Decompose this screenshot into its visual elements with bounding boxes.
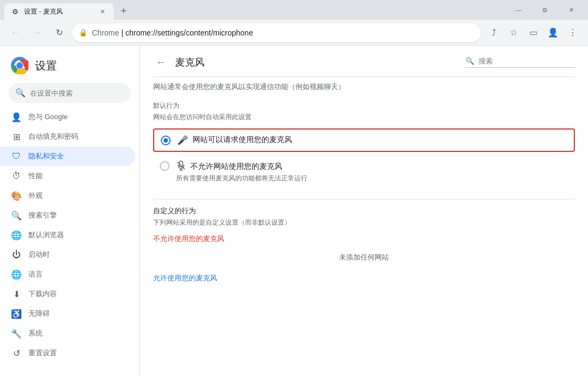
sidebar-item-reset[interactable]: ↺ 重置设置 [0, 343, 139, 363]
block-option-content: 不允许网站使用您的麦克风 所有需要使用麦克风的功能都将无法正常运行 [176, 161, 568, 183]
address-path: chrome://settings/content/microphone [125, 28, 253, 37]
browser-tab[interactable]: ⚙ 设置 - 麦克风 ✕ [4, 3, 114, 20]
tab-favicon: ⚙ [11, 7, 20, 16]
person-icon: 👤 [11, 112, 22, 122]
sidebar-item-accessibility[interactable]: ♿ 无障碍 [0, 304, 139, 324]
reset-icon: ↺ [11, 348, 22, 359]
sidebar-label-appearance: 外观 [28, 191, 43, 201]
content-header: ← 麦克风 🔍 [153, 55, 575, 77]
allow-radio-button[interactable] [161, 136, 171, 145]
section-divider [153, 199, 575, 199]
sidebar-item-autofill[interactable]: ⊞ 自动填充和密码 [0, 127, 139, 146]
block-radio-button[interactable] [160, 161, 170, 171]
allowed-sites-title: 允许使用您的麦克风 [153, 273, 575, 283]
radio-selected-indicator [164, 138, 168, 143]
accessibility-icon: ♿ [11, 309, 22, 319]
sidebar-label-search: 搜索引擎 [28, 210, 57, 220]
gauge-icon: ⏱ [11, 171, 22, 181]
sidebar-item-system[interactable]: 🔧 系统 [0, 324, 139, 343]
custom-section: 自定义的行为 下列网站采用的是自定义设置（而非默认设置） 不允许使用您的麦克风 … [153, 199, 575, 283]
page-title: 麦克风 [175, 56, 205, 69]
sidebar-label-performance: 性能 [28, 171, 43, 181]
custom-section-title: 自定义的行为 [153, 206, 575, 216]
globe-icon: 🌐 [11, 269, 22, 280]
blocked-sites-title: 不允许使用您的麦克风 [153, 234, 575, 244]
sidebar-item-google[interactable]: 👤 您与 Google [0, 107, 139, 127]
sidebar-item-privacy[interactable]: 🛡 隐私和安全 [0, 146, 135, 166]
sidebar-item-startup[interactable]: ⏻ 启动时 [0, 245, 139, 265]
window-controls: — ⧉ ✕ [506, 3, 584, 16]
download-icon: ⬇ [11, 289, 22, 299]
sidebar-label-google: 您与 Google [28, 112, 68, 122]
address-brand: Chrome [92, 28, 119, 37]
sidebar-label-language: 语言 [28, 269, 43, 279]
sidebar-label-reset: 重置设置 [28, 348, 57, 358]
sidebar-title: 设置 [35, 58, 57, 73]
sidebar-item-appearance[interactable]: 🎨 外观 [0, 186, 139, 205]
settings-search-input[interactable] [30, 89, 124, 97]
bookmark-button[interactable]: ☆ [505, 24, 522, 42]
palette-icon: 🎨 [11, 191, 22, 201]
allow-option-content: 🎤 网站可以请求使用您的麦克风 [177, 135, 567, 145]
share-button[interactable]: ⤴ [485, 24, 503, 42]
new-tab-button[interactable]: + [116, 3, 131, 19]
content-search-icon: 🔍 [465, 57, 474, 65]
svg-point-3 [16, 62, 23, 69]
allow-option[interactable]: 🎤 网站可以请求使用您的麦克风 [153, 128, 575, 152]
reload-button[interactable]: ↻ [50, 24, 68, 42]
content-back-button[interactable]: ← [153, 55, 168, 70]
default-behavior-label: 默认行为 [153, 101, 575, 110]
default-behavior-desc: 网站会在您访问时自动采用此设置 [153, 113, 575, 122]
wrench-icon: 🔧 [11, 328, 22, 339]
block-option[interactable]: 不允许网站使用您的麦克风 所有需要使用麦克风的功能都将无法正常运行 [153, 155, 575, 189]
close-button[interactable]: ✕ [558, 3, 584, 16]
block-option-sublabel: 所有需要使用麦克风的功能都将无法正常运行 [176, 174, 568, 183]
allow-option-main: 🎤 网站可以请求使用您的麦克风 [177, 135, 567, 145]
microphone-blocked-icon [176, 161, 186, 173]
navbar: ← → ↻ 🔒 Chrome | chrome://settings/conte… [0, 20, 588, 46]
tab-close-button[interactable]: ✕ [97, 7, 107, 16]
blocked-sites-empty: 未添加任何网站 [153, 248, 575, 267]
main-layout: 设置 🔍 👤 您与 Google ⊞ 自动填充和密码 🛡 隐私和安全 ⏱ 性能 … [0, 46, 588, 376]
sidebar-item-browser[interactable]: 🌐 默认浏览器 [0, 225, 139, 245]
forward-button[interactable]: → [28, 24, 46, 42]
profile-button[interactable]: 👤 [544, 24, 562, 42]
content-search-bar[interactable]: 🔍 [465, 57, 575, 68]
content-title-row: ← 麦克风 [153, 55, 205, 70]
sidebar-label-startup: 启动时 [28, 250, 50, 260]
minimize-button[interactable]: — [506, 3, 531, 16]
sidebar-label-autofill: 自动填充和密码 [28, 132, 78, 142]
sidebar-toggle-button[interactable]: ▭ [525, 24, 542, 42]
tab-title: 设置 - 麦克风 [24, 7, 93, 16]
address-text: Chrome | chrome://settings/content/micro… [92, 28, 474, 37]
sidebar-item-performance[interactable]: ⏱ 性能 [0, 166, 139, 186]
browser-icon: 🌐 [11, 230, 22, 240]
custom-section-desc: 下列网站采用的是自定义设置（而非默认设置） [153, 218, 575, 227]
chrome-logo [11, 57, 28, 74]
address-bar[interactable]: 🔒 Chrome | chrome://settings/content/mic… [72, 24, 481, 42]
settings-search-bar[interactable]: 🔍 [9, 83, 131, 103]
menu-button[interactable]: ⋮ [564, 24, 581, 42]
restore-button[interactable]: ⧉ [532, 3, 557, 16]
sidebar-label-accessibility: 无障碍 [28, 309, 50, 319]
titlebar: ⚙ 设置 - 麦克风 ✕ + — ⧉ ✕ [0, 0, 588, 20]
sidebar-label-download: 下载内容 [28, 289, 57, 299]
sidebar-header: 设置 [0, 50, 139, 83]
sidebar-item-language[interactable]: 🌐 语言 [0, 265, 139, 284]
sidebar-item-download[interactable]: ⬇ 下载内容 [0, 284, 139, 304]
sidebar-item-search[interactable]: 🔍 搜索引擎 [0, 205, 139, 225]
allow-option-label: 网站可以请求使用您的麦克风 [193, 135, 292, 145]
content-search-input[interactable] [479, 57, 570, 65]
lock-icon: 🔒 [79, 28, 88, 37]
microphone-description: 网站通常会使用您的麦克风以实现通信功能（例如视频聊天） [153, 81, 575, 92]
sidebar-label-browser: 默认浏览器 [28, 230, 64, 240]
search-icon: 🔍 [15, 88, 26, 98]
sidebar-label-privacy: 隐私和安全 [28, 151, 64, 161]
microphone-icon: 🎤 [177, 135, 188, 145]
back-button[interactable]: ← [7, 24, 24, 42]
sidebar-label-system: 系统 [28, 328, 43, 338]
block-option-main: 不允许网站使用您的麦克风 [176, 161, 568, 173]
grid-icon: ⊞ [11, 132, 22, 142]
power-icon: ⏻ [11, 250, 22, 260]
content-area: ← 麦克风 🔍 网站通常会使用您的麦克风以实现通信功能（例如视频聊天） 默认行为… [140, 46, 588, 376]
